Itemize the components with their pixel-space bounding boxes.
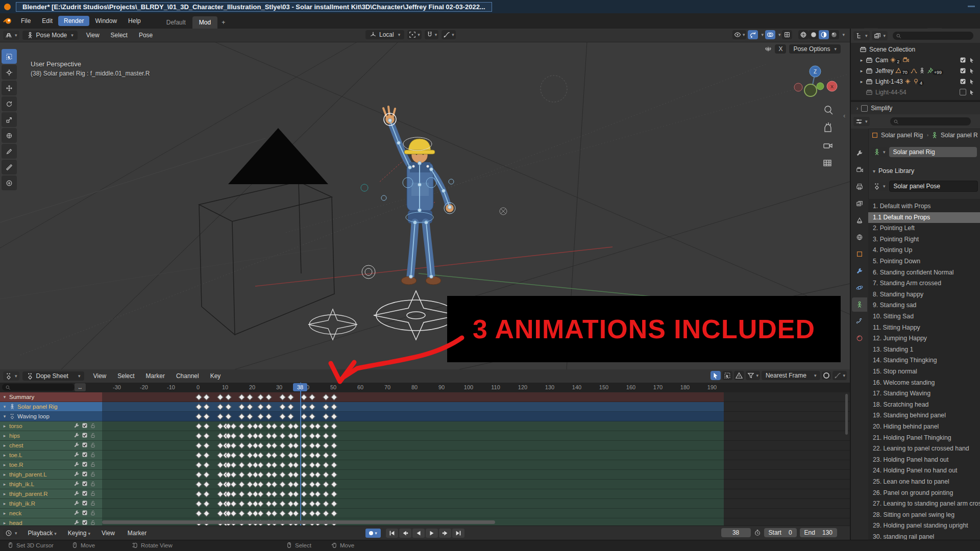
current-frame-field[interactable]: 38 [721,528,751,537]
properties-tab-physics[interactable] [852,281,867,295]
overlays-toggle[interactable] [765,30,775,39]
next-keyframe-button[interactable] [439,529,451,538]
menu-file[interactable]: File [15,16,36,26]
viewport-menu-view[interactable]: View [81,30,105,40]
viewport-menu-pose[interactable]: Pose [133,30,158,40]
bone-circle-widget[interactable] [541,76,567,102]
pose-item[interactable]: 10. Sitting Sad [868,311,980,322]
channel-name[interactable]: ▸toe.L [0,450,102,460]
channel-row-waving-loop[interactable]: ▾Waving loop [0,412,850,421]
zoom-tool-icon[interactable] [825,106,832,114]
character-jeffrey[interactable] [383,107,454,285]
properties-tab-render[interactable] [852,163,867,177]
falloff-dropdown[interactable]: ▾ [832,371,847,380]
end-frame-field[interactable]: End130 [800,528,837,537]
editor-type-button[interactable]: ▾ [853,31,870,40]
x-marker-widget[interactable] [500,208,507,215]
channel-name[interactable]: ▸thigh_ik.R [0,499,102,509]
dopesheet-menu-view[interactable]: View [87,371,112,381]
horizontal-scrollbar[interactable] [102,520,495,524]
add-workspace-button[interactable]: + [217,16,229,29]
timeline-menu-view[interactable]: View [96,528,122,538]
play-reverse-button[interactable] [412,529,425,538]
box-select-icon[interactable] [722,371,732,380]
tool-add-button[interactable] [2,176,17,190]
editor-type-button[interactable]: ▾ [3,31,19,40]
pose-item[interactable]: 17. Standing Waving [868,388,980,399]
properties-tab-tool[interactable] [852,146,867,160]
pose-item[interactable]: 30. standing rail panel [868,532,980,540]
mirror-butterfly-icon[interactable] [765,45,772,53]
jump-start-button[interactable] [386,529,398,538]
properties-tab-scene[interactable] [852,213,867,228]
channel-name[interactable]: ▸neck [0,509,102,518]
channel-name[interactable]: ▾Solar panel Rig [0,402,102,412]
properties-tab-material[interactable] [852,331,867,345]
channel-name[interactable]: ▾Summary [0,392,102,402]
pose-item[interactable]: 26. Panel on ground pointing [868,488,980,499]
pose-item[interactable]: 7. Standing Arm crossed [868,278,980,289]
pose-item[interactable]: 15. Stop normal [868,366,980,378]
armature-name-field[interactable]: Solar panel Rig [889,147,977,157]
tool-select-box-button[interactable] [2,49,17,64]
pose-item[interactable]: 28. Sitting on panel swing leg [868,510,980,521]
pose-item[interactable]: 27. Leaning to standing panel arm cros..… [868,498,980,510]
only-errors-icon[interactable] [734,371,744,380]
channel-name[interactable]: ▸toe.R [0,460,102,470]
dopesheet-menu-marker[interactable]: Marker [140,371,170,381]
pose-item[interactable]: 6. Standing confident Normal [868,267,980,279]
channel-row-solar-panel-rig[interactable]: ▾Solar panel Rig [0,402,850,412]
snap-mode-dropdown[interactable]: Nearest Frame▾ [762,371,821,380]
channel-row-thigh-parent-r[interactable]: ▸thigh_parent.R [0,489,850,499]
playhead-line[interactable] [300,383,301,525]
tool-rotate-button[interactable] [2,96,17,111]
pose-item[interactable]: 3. Pointing Right [868,234,980,245]
properties-search-input[interactable] [890,117,971,126]
current-frame-badge[interactable]: 38 [293,383,307,391]
channel-row-thigh-ik-l[interactable]: ▸thigh_ik.L [0,480,850,489]
pose-item[interactable]: 22. Leaning to panel crossed hand [868,443,980,455]
vertical-scrollbar[interactable] [845,394,848,435]
jump-end-button[interactable] [452,529,464,538]
shading-rendered-button[interactable] [829,30,839,39]
pose-item[interactable]: 13. Standing 1 [868,344,980,356]
channel-name[interactable]: ▸thigh_ik.L [0,480,102,489]
pose-item[interactable]: 29. Holding panel standing upright [868,520,980,532]
ik-target-widget[interactable] [361,184,368,191]
pose-item[interactable]: 4. Pointing Up [868,245,980,256]
pivot-point-button[interactable]: ▾ [407,30,422,39]
workspace-tab-default[interactable]: Default [160,16,192,29]
window-minimize-icon[interactable] [968,6,975,7]
tool-annotate-button[interactable] [2,144,17,159]
prev-keyframe-button[interactable] [399,529,411,538]
blender-logo-icon[interactable] [3,16,12,26]
pose-item[interactable]: 1. Default with Props [868,201,980,212]
dopesheet-menu-select[interactable]: Select [112,371,140,381]
menu-render[interactable]: Render [58,16,89,26]
menu-help[interactable]: Help [122,16,146,26]
pose-item[interactable]: 18. Scratching head [868,399,980,411]
menu-window[interactable]: Window [89,16,122,26]
snap-magnet-button[interactable]: ▾ [425,30,439,39]
outliner-row-jeffrey[interactable]: ▸Jeffrey70+99 [851,65,980,76]
pose-item[interactable]: 21. Holding Panel Thingking [868,433,980,444]
simplify-checkbox[interactable] [861,105,868,112]
wire-cube[interactable] [199,182,334,335]
workspace-tab-mod[interactable]: Mod [192,16,217,29]
channel-name[interactable]: ▸chest [0,441,102,450]
viewport-3d[interactable]: Z X ‹ ▾ Pose Mode▾ ViewSelectPose Lo [0,29,850,369]
properties-tab-world[interactable] [852,230,867,244]
pose-item[interactable]: 2. Pointing Left [868,223,980,234]
proportional-edit-button[interactable]: ▾ [442,30,456,39]
pose-item[interactable]: 19. Standing behind panel [868,410,980,421]
pose-item[interactable]: 1.1 Default no Props [868,212,980,223]
channel-row-toe-r[interactable]: ▸toe.R [0,460,850,470]
action-datablock-button[interactable]: ▾ [871,182,888,191]
dopesheet-menu-key[interactable]: Key [205,371,227,381]
menu-edit[interactable]: Edit [36,16,58,26]
tool-scale-button[interactable] [2,112,17,127]
channel-name[interactable]: ▸head [0,518,102,525]
select-tool-toggle[interactable] [710,371,721,380]
properties-tab-object-data[interactable] [852,297,867,312]
pyramid-object[interactable] [228,128,328,184]
